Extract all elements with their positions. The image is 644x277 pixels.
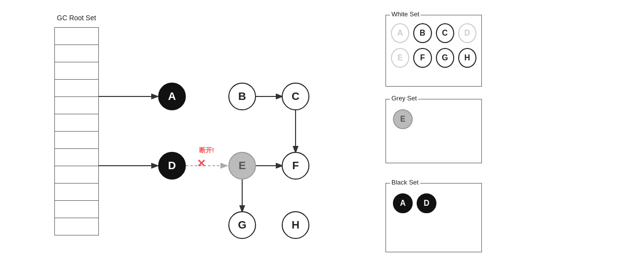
node-D: D	[158, 152, 186, 180]
black-set-label: Black Set	[390, 179, 420, 186]
white-set-node-H: H	[458, 48, 476, 68]
white-set-node-E-faded: E	[391, 48, 409, 68]
broken-x-icon: ✕	[197, 157, 206, 170]
black-set-box: Black Set A D	[386, 183, 482, 252]
grey-set-box: Grey Set E	[386, 99, 482, 163]
node-E: E	[228, 152, 256, 180]
white-set-node-C: C	[436, 23, 454, 43]
white-set-node-G: G	[436, 48, 454, 68]
black-set-node-D: D	[417, 193, 436, 213]
node-G: G	[228, 211, 256, 239]
white-set-label: White Set	[390, 10, 421, 18]
broken-label: 断开!	[192, 146, 221, 155]
white-set-node-B: B	[413, 23, 431, 43]
grey-set-node-E: E	[393, 109, 413, 129]
node-F: F	[282, 152, 309, 180]
diagram-container: GC Root Set	[0, 0, 644, 277]
gc-root-table	[54, 27, 99, 235]
gc-root-label: GC Root Set	[57, 14, 96, 22]
white-set-node-F: F	[413, 48, 431, 68]
node-C: C	[282, 83, 309, 110]
node-A: A	[158, 83, 186, 110]
node-B: B	[228, 83, 256, 110]
white-set-box: White Set A B C D E F G H	[386, 15, 482, 87]
black-set-node-A: A	[393, 193, 413, 213]
node-H: H	[282, 211, 309, 239]
white-set-node-D: D	[458, 23, 476, 43]
white-set-node-A-faded: A	[391, 23, 409, 43]
grey-set-label: Grey Set	[390, 94, 418, 102]
